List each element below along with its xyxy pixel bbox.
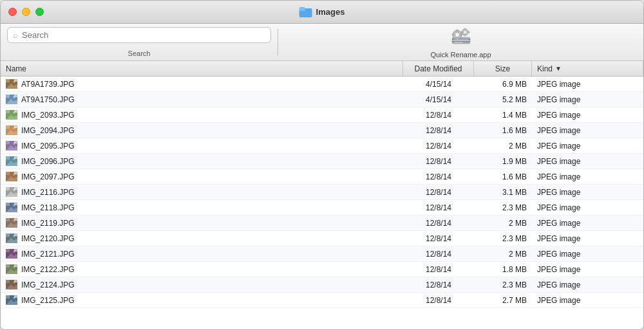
svg-rect-33	[6, 125, 10, 129]
table-row[interactable]: IMG_2093.JPG 12/8/14 1.4 MB JPEG image	[1, 107, 643, 123]
file-name-cell: IMG_2125.JPG	[1, 295, 403, 306]
file-size-cell: 6.9 MB	[474, 80, 532, 89]
col-header-date[interactable]: Date Modified	[403, 61, 474, 76]
file-name-cell: AT9A1739.JPG	[1, 79, 403, 89]
file-kind-cell: JPEG image	[532, 188, 643, 197]
traffic-lights	[8, 8, 44, 16]
file-thumbnail-icon	[6, 156, 17, 167]
file-name-cell: IMG_2122.JPG	[1, 264, 403, 275]
file-kind-cell: JPEG image	[532, 126, 643, 135]
table-row[interactable]: IMG_2125.JPG 12/8/14 2.7 MB JPEG image	[1, 293, 643, 308]
file-thumbnail-icon	[6, 280, 17, 290]
close-button[interactable]	[8, 8, 17, 16]
file-size-cell: 1.4 MB	[474, 111, 532, 120]
table-row[interactable]: IMG_2124.JPG 12/8/14 2.3 MB JPEG image	[1, 277, 643, 293]
svg-rect-16	[454, 42, 463, 43]
file-kind-cell: JPEG image	[532, 111, 643, 120]
file-name: IMG_2096.JPG	[21, 157, 75, 166]
file-thumbnail-icon	[6, 141, 17, 151]
file-thumbnail-icon	[6, 218, 17, 228]
finder-window: Images ⌕ Search	[0, 0, 644, 330]
col-header-size[interactable]: Size	[474, 61, 532, 76]
svg-rect-15	[454, 40, 468, 41]
file-list[interactable]: AT9A1739.JPG 4/15/14 6.9 MB JPEG image	[1, 77, 643, 329]
svg-rect-56	[14, 187, 17, 190]
sort-arrow-icon: ▼	[555, 65, 562, 72]
table-row[interactable]: IMG_2120.JPG 12/8/14 2.3 MB JPEG image	[1, 231, 643, 246]
file-kind-cell: JPEG image	[532, 265, 643, 274]
table-row[interactable]: AT9A1750.JPG 4/15/14 5.2 MB JPEG image	[1, 92, 643, 107]
svg-rect-18	[6, 79, 10, 82]
search-input[interactable]	[22, 30, 265, 40]
svg-rect-58	[6, 203, 10, 206]
svg-point-4	[455, 33, 459, 37]
svg-rect-46	[14, 156, 17, 159]
table-row[interactable]: IMG_2097.JPG 12/8/14 1.6 MB JPEG image	[1, 169, 643, 185]
file-size-cell: 2 MB	[474, 250, 532, 259]
file-name: IMG_2093.JPG	[21, 111, 75, 120]
svg-rect-88	[6, 295, 10, 298]
file-kind-cell: JPEG image	[532, 219, 643, 228]
file-thumbnail-icon	[6, 79, 17, 89]
table-row[interactable]: IMG_2119.JPG 12/8/14 2 MB JPEG image	[1, 215, 643, 231]
file-size-cell: 2 MB	[474, 219, 532, 228]
svg-rect-63	[6, 218, 10, 221]
file-kind-cell: JPEG image	[532, 142, 643, 151]
file-date-cell: 12/8/14	[403, 265, 474, 274]
app-label: Quick Rename.app	[430, 51, 491, 59]
svg-rect-53	[6, 187, 10, 190]
file-thumbnail-icon	[6, 110, 17, 120]
svg-rect-41	[14, 141, 17, 143]
search-label: Search	[128, 50, 151, 57]
file-name-cell: IMG_2121.JPG	[1, 249, 403, 259]
file-size-cell: 1.9 MB	[474, 157, 532, 166]
file-thumbnail-icon	[6, 249, 17, 259]
file-kind-cell: JPEG image	[532, 250, 643, 259]
toolbar-search-area: ⌕ Search	[1, 24, 278, 60]
table-row[interactable]: IMG_2121.JPG 12/8/14 2 MB JPEG image	[1, 246, 643, 262]
table-row[interactable]: AT9A1739.JPG 4/15/14 6.9 MB JPEG image	[1, 77, 643, 92]
svg-rect-86	[14, 280, 17, 282]
file-size-cell: 2.7 MB	[474, 296, 532, 305]
table-row[interactable]: IMG_2095.JPG 12/8/14 2 MB JPEG image	[1, 138, 643, 154]
svg-point-10	[463, 31, 466, 34]
file-date-cell: 12/8/14	[403, 111, 474, 120]
file-date-cell: 12/8/14	[403, 219, 474, 228]
table-row[interactable]: IMG_2116.JPG 12/8/14 3.1 MB JPEG image	[1, 185, 643, 200]
file-name: IMG_2122.JPG	[21, 265, 75, 274]
maximize-button[interactable]	[35, 8, 44, 16]
search-icon: ⌕	[13, 30, 18, 40]
file-name: AT9A1750.JPG	[21, 95, 75, 104]
svg-rect-23	[6, 95, 10, 98]
table-row[interactable]: IMG_2122.JPG 12/8/14 1.8 MB JPEG image	[1, 262, 643, 277]
col-header-kind[interactable]: Kind ▼	[532, 61, 643, 76]
table-row[interactable]: IMG_2094.JPG 12/8/14 1.6 MB JPEG image	[1, 123, 643, 138]
svg-rect-12	[464, 35, 466, 37]
svg-rect-61	[14, 203, 17, 205]
svg-rect-5	[457, 30, 458, 32]
file-name-cell: IMG_2120.JPG	[1, 234, 403, 244]
file-name: IMG_2121.JPG	[21, 250, 75, 259]
svg-rect-76	[14, 249, 17, 252]
col-header-name[interactable]: Name	[1, 61, 403, 76]
file-kind-cell: JPEG image	[532, 157, 643, 166]
minimize-button[interactable]	[22, 8, 30, 16]
file-date-cell: 12/8/14	[403, 157, 474, 166]
file-kind-cell: JPEG image	[532, 296, 643, 305]
file-name-cell: IMG_2116.JPG	[1, 187, 403, 197]
file-name: IMG_2095.JPG	[21, 142, 75, 151]
file-size-cell: 2.3 MB	[474, 280, 532, 289]
app-icon[interactable]	[451, 26, 471, 46]
file-date-cell: 12/8/14	[403, 234, 474, 243]
svg-rect-38	[6, 141, 10, 144]
file-name-cell: IMG_2093.JPG	[1, 110, 403, 120]
file-name-cell: IMG_2097.JPG	[1, 172, 403, 182]
file-size-cell: 2.3 MB	[474, 234, 532, 243]
table-row[interactable]: IMG_2096.JPG 12/8/14 1.9 MB JPEG image	[1, 154, 643, 169]
file-name-cell: IMG_2096.JPG	[1, 156, 403, 167]
svg-rect-36	[14, 125, 17, 128]
table-row[interactable]: IMG_2118.JPG 12/8/14 2.3 MB JPEG image	[1, 200, 643, 215]
file-thumbnail-icon	[6, 95, 17, 105]
search-input-wrapper[interactable]: ⌕	[7, 27, 271, 43]
file-size-cell: 3.1 MB	[474, 188, 532, 197]
